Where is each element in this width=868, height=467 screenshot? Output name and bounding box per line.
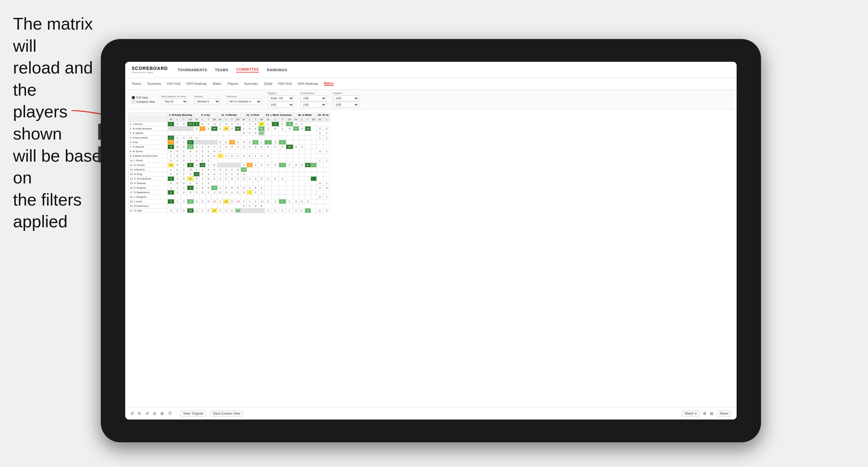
matrix-cell: 0 xyxy=(316,131,323,135)
table-row: 18. J Hodgson01 xyxy=(129,195,330,199)
region-sub-select[interactable]: (All) xyxy=(268,102,294,107)
matrix-table-wrapper[interactable]: 2. M Kelly Mulcahy 6. A Dy 11. G Woods 2… xyxy=(125,110,737,407)
matrix-cell: 1 xyxy=(217,177,223,181)
subnav-h2hheatmap[interactable]: H2H Heatmap xyxy=(186,82,207,86)
matrix-cell xyxy=(235,195,241,199)
matrix-cell: 2 xyxy=(293,145,299,149)
gender-select[interactable]: Women's xyxy=(194,98,220,104)
matrix-cell: 2 xyxy=(223,177,229,181)
matrix-cell: 0 xyxy=(229,126,235,131)
matrix-cell: 0 xyxy=(217,190,223,195)
matrix-cell: 0 xyxy=(200,190,206,195)
matrix-cell xyxy=(286,154,293,158)
col-header-5: 38. A Webb xyxy=(293,113,316,117)
subnav-matrix[interactable]: Matrix xyxy=(213,82,221,86)
matrix-cell: 1 xyxy=(217,199,223,204)
subnav-teams[interactable]: Teams xyxy=(132,82,141,86)
matrix-cell xyxy=(206,135,211,140)
matrix-cell xyxy=(293,177,299,181)
timer-icon[interactable]: ⏱ xyxy=(168,411,172,416)
matrix-cell: 1 xyxy=(194,186,200,190)
undo-icon[interactable]: ↺ xyxy=(130,411,134,416)
matrix-cell: 0 xyxy=(200,186,206,190)
matrix-cell: 11 xyxy=(279,140,286,145)
matrix-cell xyxy=(217,163,223,167)
watch-button[interactable]: Watch ▾ xyxy=(682,410,700,416)
nav-teams[interactable]: TEAMS xyxy=(215,68,228,72)
compact-view-option[interactable]: Compact View xyxy=(132,100,155,103)
matrix-cell: 10 xyxy=(235,209,241,213)
subnav-matrix2[interactable]: Matrix xyxy=(324,82,333,86)
tablet-device: SCOREBOARD Powered by clippd TOURNAMENTS… xyxy=(101,39,761,442)
region-select[interactable]: East - DII xyxy=(268,95,294,101)
subnav-players[interactable]: Players xyxy=(228,82,238,86)
matrix-cell xyxy=(217,181,223,186)
matrix-cell: 1 xyxy=(181,186,187,190)
redo-icon[interactable]: ↻ xyxy=(138,411,142,416)
full-view-option[interactable]: Full View xyxy=(132,96,155,99)
matrix-cell xyxy=(323,190,330,195)
full-view-radio[interactable] xyxy=(132,96,135,99)
matrix-cell: 2 xyxy=(247,131,253,135)
conference-sub-select[interactable]: (All) xyxy=(301,102,327,107)
subnav-summary2[interactable]: Summary xyxy=(244,82,258,86)
matrix-cell: 0 xyxy=(316,149,323,154)
subnav-h2hheatmap2[interactable]: H2H Heatmap xyxy=(298,82,318,86)
conference-select[interactable]: (All) xyxy=(301,95,327,101)
subnav-h2hgrid[interactable]: H2H Grid xyxy=(167,82,181,86)
matrix-cell: 1 xyxy=(316,158,323,163)
matrix-cell: 7 xyxy=(217,154,223,158)
players-sub-select[interactable]: (All) xyxy=(333,102,359,107)
matrix-cell xyxy=(258,167,265,172)
matrix-cell xyxy=(305,177,311,181)
nav-tournaments[interactable]: TOURNAMENTS xyxy=(178,68,207,72)
subnav-h2hgrid2[interactable]: H2H Grid xyxy=(278,82,292,86)
nav-committee[interactable]: COMMITTEE xyxy=(236,67,259,72)
save-custom-view-button[interactable]: Save Custom View xyxy=(210,410,243,416)
share-button[interactable]: Share xyxy=(717,410,732,416)
matrix-cell: 1 xyxy=(323,158,330,163)
matrix-cell xyxy=(229,163,235,167)
matrix-cell xyxy=(229,181,235,186)
matrix-cell: 0 xyxy=(229,122,235,126)
matrix-cell xyxy=(286,167,293,172)
settings-icon[interactable]: ⚙ xyxy=(703,411,707,416)
subnav-detail[interactable]: Detail xyxy=(264,82,273,86)
matrix-cell xyxy=(323,154,330,158)
division-select[interactable]: NCAA Division II xyxy=(227,98,261,104)
refresh-icon[interactable]: ↺ xyxy=(145,411,149,416)
matrix-cell xyxy=(293,172,299,177)
table-row: 9. A Maria Jimenez Rios10011000710102100 xyxy=(129,154,330,158)
matrix-cell xyxy=(211,204,218,209)
matrix-cell: 0 xyxy=(181,209,187,213)
subnav-summary[interactable]: Summary xyxy=(147,82,161,86)
matrix-cell: 2 xyxy=(168,167,174,172)
col-header-4: 23. L Marie Schumac xyxy=(265,113,293,117)
matrix-cell xyxy=(311,204,316,209)
division-filter: Division NCAA Division II xyxy=(227,95,261,104)
matrix-cell: 0 xyxy=(206,126,211,131)
view-original-button[interactable]: View: Original xyxy=(180,410,206,416)
zoom-out-icon[interactable]: ⊖ xyxy=(153,411,156,416)
nav-rankings[interactable]: RANKINGS xyxy=(267,68,287,72)
matrix-cell: 1 xyxy=(247,199,253,204)
players-select[interactable]: (All) xyxy=(333,95,359,101)
matrix-cell: 0 xyxy=(253,177,258,181)
matrix-cell: 1 xyxy=(258,140,265,145)
matrix-cell: 2 xyxy=(174,158,181,163)
region-filter: Region East - DII (All) xyxy=(268,92,294,107)
matrix-cell xyxy=(286,195,293,199)
matrix-cell: 1 xyxy=(258,190,265,195)
matrix-cell xyxy=(217,204,223,209)
max-players-select[interactable]: Top 25 xyxy=(162,98,188,104)
zoom-in-icon[interactable]: ⊕ xyxy=(160,411,164,416)
matrix-cell: 46 xyxy=(305,126,311,131)
matrix-cell xyxy=(235,181,241,186)
matrix-cell: 0 xyxy=(299,199,305,204)
grid-icon[interactable]: ⊞ xyxy=(710,411,714,416)
compact-view-radio[interactable] xyxy=(132,100,135,103)
player-name: 12. A Bianchi xyxy=(129,167,168,172)
matrix-cell: 0 xyxy=(206,199,211,204)
matrix-cell xyxy=(247,181,253,186)
matrix-cell xyxy=(241,135,247,140)
